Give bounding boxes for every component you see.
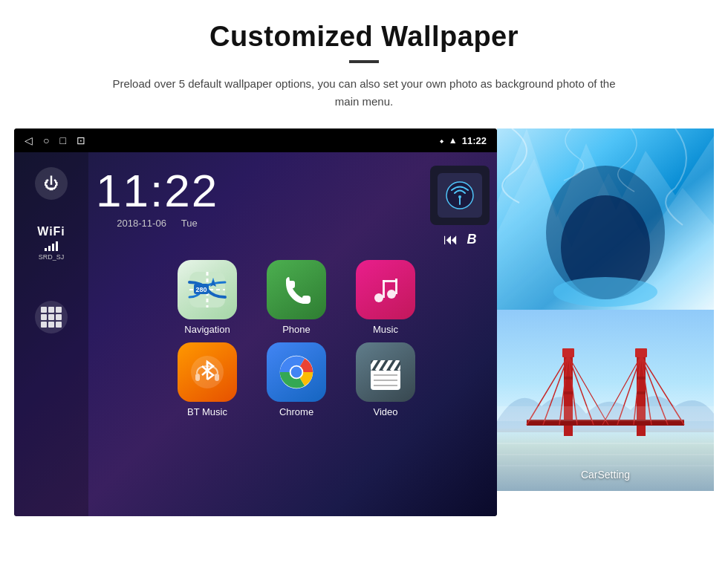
svg-point-10 (367, 271, 404, 308)
svg-rect-15 (383, 280, 397, 282)
chrome-icon-bg (267, 342, 326, 402)
location-icon: ⬥ (439, 135, 444, 146)
content-row: ◁ ○ □ ⊡ ⬥ ▲ 11:22 ⏻ (30, 128, 698, 516)
carsetting-label: CarSetting (497, 469, 714, 481)
status-bar: ◁ ○ □ ⊡ ⬥ ▲ 11:22 (14, 128, 497, 152)
phone-label: Phone (282, 324, 311, 335)
video-icon-svg (366, 353, 405, 391)
clock-day-value: Tue (181, 218, 198, 229)
svg-point-41 (553, 277, 657, 307)
svg-rect-62 (562, 348, 574, 357)
wifi-bars (45, 241, 58, 251)
wifi-bar-3 (52, 244, 54, 251)
svg-point-11 (374, 293, 383, 302)
clock-date: 2018-11-06 Tue (96, 218, 218, 229)
svg-point-12 (387, 290, 396, 299)
btmusic-icon-bg (178, 342, 237, 402)
page-title: Customized Wallpaper (209, 21, 519, 53)
phone-icon (278, 271, 315, 308)
svg-rect-20 (195, 374, 200, 381)
clock-widget: 11:22 2018-11-06 Tue (96, 166, 218, 229)
app-phone[interactable]: Phone (256, 260, 337, 335)
chrome-label: Chrome (279, 406, 313, 417)
power-icon: ⏻ (44, 175, 59, 192)
wifi-bar-4 (56, 241, 58, 251)
prev-track-icon[interactable]: ⏮ (443, 231, 458, 248)
btmusic-icon (188, 353, 227, 391)
status-time: 11:22 (462, 135, 487, 146)
main-area: ⏻ WiFi SRD_SJ (14, 152, 497, 516)
title-divider (349, 60, 379, 63)
navigation-label: Navigation (184, 324, 230, 335)
music-label: Music (373, 324, 398, 335)
btmusic-label: BT Music (187, 406, 227, 417)
app-music[interactable]: Music (345, 260, 426, 335)
svg-rect-25 (371, 369, 400, 390)
video-icon-bg (356, 342, 415, 402)
svg-rect-64 (564, 377, 573, 380)
bridge-wallpaper (497, 310, 714, 491)
svg-rect-21 (215, 374, 219, 381)
wallpaper-ice-thumb[interactable] (497, 128, 714, 310)
apps-grid: 280 Navigation (166, 260, 426, 417)
app-navigation[interactable]: 280 Navigation (166, 260, 248, 335)
app-video[interactable]: Video (345, 342, 426, 417)
back-icon[interactable]: ◁ (25, 134, 33, 146)
svg-point-24 (291, 367, 302, 378)
svg-rect-63 (635, 348, 647, 357)
ice-cave-wallpaper (497, 128, 714, 310)
phone-icon-bg (267, 260, 326, 319)
center-area: 11:22 2018-11-06 Tue (88, 152, 497, 516)
wifi-bar-2 (48, 246, 51, 251)
wifi-title: WiFi (37, 225, 65, 238)
app-chrome[interactable]: Chrome (256, 342, 337, 417)
clock-time: 11:22 (96, 166, 218, 216)
wallpaper-bridge-thumb[interactable]: CarSetting (497, 310, 714, 491)
media-widget[interactable] (430, 166, 490, 225)
media-buttons: ⏮ B (443, 231, 477, 248)
apps-button[interactable] (35, 301, 68, 333)
screenshot-icon[interactable]: ⊡ (77, 134, 85, 146)
svg-rect-13 (383, 280, 385, 298)
android-screen: ◁ ○ □ ⊡ ⬥ ▲ 11:22 ⏻ (14, 128, 497, 516)
wifi-icon: ▲ (449, 135, 458, 146)
svg-rect-67 (637, 391, 646, 394)
wifi-widget[interactable]: WiFi SRD_SJ (37, 225, 65, 261)
recents-icon[interactable]: □ (59, 134, 65, 146)
status-bar-left: ◁ ○ □ ⊡ (25, 134, 85, 146)
music-icon (367, 271, 404, 308)
next-text-icon[interactable]: B (467, 232, 477, 247)
home-icon[interactable]: ○ (43, 134, 49, 146)
media-controls: ⏮ B (430, 166, 490, 248)
video-label: Video (373, 406, 397, 417)
apps-grid-icon (41, 307, 62, 328)
page-wrapper: Customized Wallpaper Preload over 5 defa… (0, 0, 728, 531)
media-widget-inner (438, 173, 482, 218)
navigation-icon-bg: 280 (178, 260, 237, 319)
navigation-map-icon: 280 (186, 269, 228, 310)
svg-rect-43 (497, 432, 714, 491)
music-icon-bg (356, 260, 415, 319)
svg-rect-66 (564, 391, 573, 394)
right-panels: CarSetting (497, 128, 714, 491)
svg-rect-68 (497, 406, 714, 421)
left-sidebar: ⏻ WiFi SRD_SJ (14, 152, 88, 516)
app-btmusic[interactable]: BT Music (166, 342, 248, 417)
chrome-icon-svg (277, 353, 316, 391)
wifi-ssid: SRD_SJ (39, 253, 65, 261)
svg-rect-65 (637, 377, 646, 380)
svg-point-1 (458, 195, 461, 198)
signal-wifi-icon (445, 180, 475, 210)
page-description: Preload over 5 default wallpaper options… (104, 75, 624, 111)
status-bar-right: ⬥ ▲ 11:22 (439, 135, 487, 146)
wifi-bar-1 (45, 248, 47, 251)
clock-date-value: 2018-11-06 (117, 218, 166, 229)
power-button[interactable]: ⏻ (35, 167, 68, 200)
svg-text:280: 280 (195, 286, 207, 293)
